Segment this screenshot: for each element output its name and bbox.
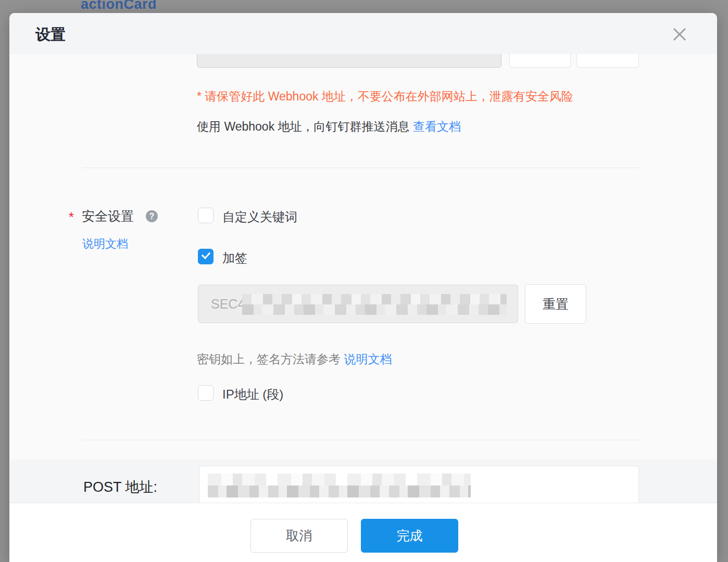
background-page-link-actioncard: actionCard: [81, 0, 157, 12]
cancel-button[interactable]: 取消: [250, 519, 348, 553]
security-docs-link[interactable]: 说明文档: [82, 236, 128, 252]
reset-secret-button[interactable]: 重置: [525, 284, 586, 324]
dialog-header: 设置: [9, 13, 717, 54]
section-divider-top: [82, 168, 639, 168]
webhook-action-button-2[interactable]: [576, 54, 639, 68]
sign-secret-input[interactable]: SEC4: [198, 285, 518, 323]
checkbox-ip-address[interactable]: [198, 385, 214, 401]
checkbox-sign[interactable]: [198, 249, 214, 264]
webhook-usage-text: 使用 Webhook 地址，向钉钉群推送消息: [197, 120, 413, 133]
sign-secret-prefix: SEC4: [211, 285, 245, 323]
sign-method-hint-text: 密钥如上，签名方法请参考: [197, 352, 344, 366]
webhook-usage-hint: 使用 Webhook 地址，向钉钉群推送消息 查看文档: [197, 119, 461, 135]
checkbox-ip-address-label[interactable]: IP地址 (段): [222, 386, 283, 403]
help-question-icon[interactable]: ?: [146, 210, 158, 222]
dialog-title: 设置: [35, 13, 66, 54]
checkbox-custom-keywords[interactable]: [198, 208, 214, 223]
post-address-label: POST 地址:: [83, 478, 157, 496]
checkbox-custom-keywords-label[interactable]: 自定义关键词: [222, 209, 297, 225]
settings-dialog: 设置 * 请保管好此 Webhook 地址，不要公布在外部网站上，泄露有安全风险…: [9, 13, 717, 562]
sign-method-docs-link[interactable]: 说明文档: [344, 352, 392, 366]
required-asterisk: *: [69, 210, 74, 225]
webhook-action-button-1[interactable]: [509, 54, 571, 68]
close-icon: [672, 27, 687, 42]
post-address-censored-value: [208, 474, 471, 497]
sign-method-hint: 密钥如上，签名方法请参考 说明文档: [197, 351, 392, 367]
security-settings-label: 安全设置: [82, 208, 134, 225]
confirm-button[interactable]: 完成: [361, 519, 458, 553]
dialog-footer: 取消 完成: [9, 503, 717, 562]
sign-secret-censored-value: [242, 294, 507, 315]
checkbox-sign-label[interactable]: 加签: [222, 250, 247, 266]
webhook-url-input[interactable]: [197, 54, 501, 68]
close-button[interactable]: [672, 27, 687, 42]
section-divider-bottom: [82, 440, 639, 440]
webhook-security-warning: * 请保管好此 Webhook 地址，不要公布在外部网站上，泄露有安全风险: [197, 88, 573, 105]
view-docs-link[interactable]: 查看文档: [413, 120, 461, 133]
